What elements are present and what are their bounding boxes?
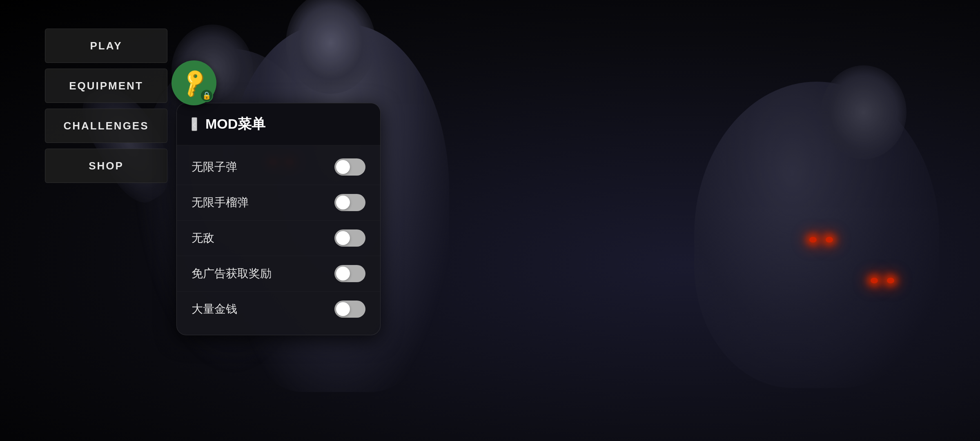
nav-equipment-label: EQUIPMENT	[69, 80, 143, 92]
mod-label-lots-of-money: 大量金钱	[192, 301, 237, 317]
zombie-eye	[809, 237, 817, 243]
mod-label-no-ads-reward: 免广告获取奖励	[192, 266, 272, 281]
mod-icon-wrapper[interactable]: 🔑 🔒	[172, 60, 216, 105]
zombie-eye	[887, 278, 894, 283]
mod-row-infinite-grenades: 无限手榴弹	[177, 185, 380, 220]
mod-panel-header: ‹ MOD菜单	[177, 103, 380, 145]
nav-play-button[interactable]: PLAY	[45, 29, 167, 63]
mod-panel-body: 无限子弹 无限手榴弹 无敌 免广告获取奖励 大量金钱	[177, 145, 380, 335]
toggle-infinite-grenades[interactable]	[334, 194, 365, 211]
nav-challenges-button[interactable]: CHALLENGES	[45, 109, 167, 143]
mod-panel: ‹ MOD菜单 无限子弹 无限手榴弹 无敌 免广告获取奖励 大量金钱	[176, 103, 381, 335]
zombie-eye	[871, 278, 878, 283]
nav-shop-button[interactable]: SHOP	[45, 149, 167, 183]
toggle-no-ads-reward[interactable]	[334, 265, 365, 282]
zombie-figure-right	[694, 82, 939, 388]
mod-label-invincible: 无敌	[192, 230, 214, 246]
nav-equipment-button[interactable]: EQUIPMENT	[45, 69, 167, 103]
sidebar-nav: PLAY EQUIPMENT CHALLENGES SHOP	[45, 29, 167, 183]
toggle-lots-of-money[interactable]	[334, 301, 365, 318]
nav-challenges-label: CHALLENGES	[63, 120, 149, 132]
mod-label-infinite-ammo: 无限子弹	[192, 159, 237, 175]
mod-row-invincible: 无敌	[177, 220, 380, 256]
lock-icon: 🔒	[202, 91, 211, 100]
mod-panel-title: MOD菜单	[205, 115, 265, 134]
nav-play-label: PLAY	[90, 40, 122, 52]
mod-icon-circle: 🔑 🔒	[172, 60, 216, 105]
toggle-infinite-ammo[interactable]	[334, 158, 365, 176]
mod-label-infinite-grenades: 无限手榴弹	[192, 195, 249, 210]
zombie-eye	[826, 237, 833, 243]
toggle-invincible[interactable]	[334, 229, 365, 247]
nav-shop-label: SHOP	[89, 160, 124, 172]
mod-row-lots-of-money: 大量金钱	[177, 292, 380, 327]
lock-badge: 🔒	[200, 89, 213, 102]
back-button[interactable]: ‹	[192, 117, 197, 131]
mod-row-infinite-ammo: 无限子弹	[177, 149, 380, 185]
mod-row-no-ads-reward: 免广告获取奖励	[177, 256, 380, 292]
